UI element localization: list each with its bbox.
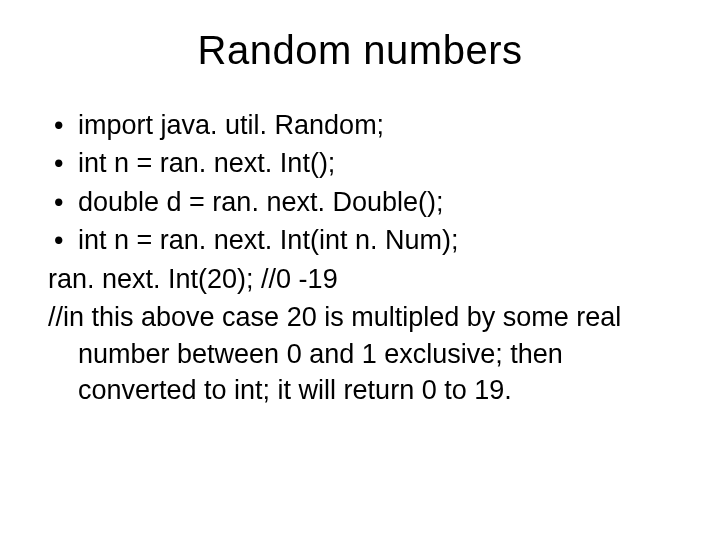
comment-line: //in this above case 20 is multipled by … xyxy=(48,299,672,408)
slide-body: import java. util. Random; int n = ran. … xyxy=(48,107,672,409)
bullet-item: int n = ran. next. Int(int n. Num); xyxy=(48,222,672,258)
bullet-item: import java. util. Random; xyxy=(48,107,672,143)
slide-title: Random numbers xyxy=(48,28,672,73)
slide: Random numbers import java. util. Random… xyxy=(0,0,720,540)
bullet-list: import java. util. Random; int n = ran. … xyxy=(48,107,672,259)
code-line: ran. next. Int(20); //0 -19 xyxy=(48,261,672,297)
bullet-item: double d = ran. next. Double(); xyxy=(48,184,672,220)
bullet-item: int n = ran. next. Int(); xyxy=(48,145,672,181)
